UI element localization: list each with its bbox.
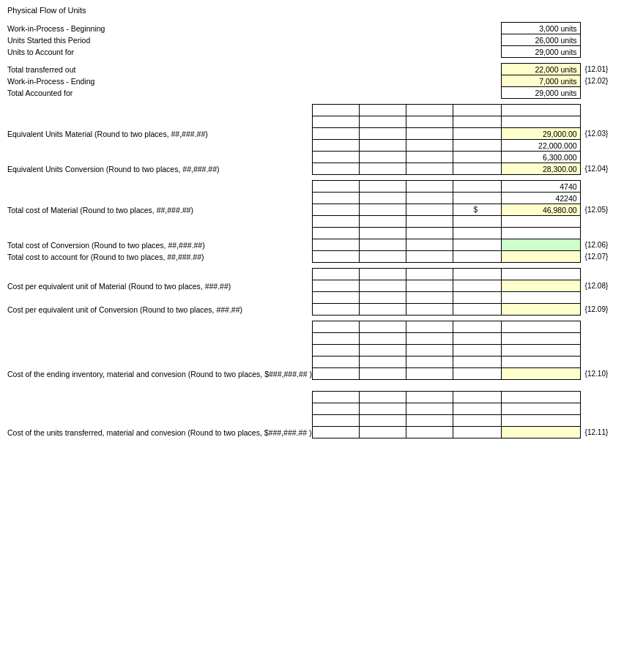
cost-per-conversion-row: Cost per equivalent unit of Conversion (…	[7, 304, 617, 316]
transferred-empty3	[7, 415, 617, 427]
units-started-row: Units Started this Period 26,000 units	[7, 34, 617, 46]
ending-inv-empty4	[7, 356, 617, 368]
total-cost-conversion-label: Total cost of Conversion (Round to two p…	[7, 239, 312, 251]
equiv-material-row: Equivalent Units Material (Round to two …	[7, 128, 617, 140]
total-accounted-row: Total Accounted for 29,000 units	[7, 87, 617, 99]
units-to-account-row: Units to Account for 29,000 units	[7, 46, 617, 58]
units-started-label: Units Started this Period	[7, 34, 312, 46]
cost-material-val1[interactable]: 4740	[501, 181, 580, 193]
total-transferred-label: Total transferred out	[7, 64, 312, 75]
total-cost-conversion-value[interactable]	[501, 239, 580, 251]
cost-per-conversion-ref: {12.09}	[580, 304, 617, 316]
total-transferred-ref: {12.01}	[580, 64, 617, 75]
cost-transferred-value[interactable]	[501, 427, 580, 438]
spacer4	[7, 263, 617, 269]
equiv-material-row3: 6,300.000	[7, 152, 617, 163]
empty-row-3	[7, 216, 617, 228]
equiv-conversion-label: Equivalent Units Conversion (Round to tw…	[7, 163, 312, 175]
equiv-conversion-value[interactable]: 28,300.00	[501, 163, 580, 175]
equiv-conversion-row: Equivalent Units Conversion (Round to tw…	[7, 163, 617, 175]
total-cost-conversion-row: Total cost of Conversion (Round to two p…	[7, 239, 617, 251]
cost-per-conversion-value[interactable]	[501, 304, 580, 316]
total-accounted-label: Total Accounted for	[7, 87, 312, 99]
total-cost-material-row: Total cost of Material (Round to two pla…	[7, 204, 617, 216]
cost-transferred-ref: {12.11}	[580, 427, 617, 438]
total-cost-conversion-ref: {12.06}	[580, 239, 617, 251]
equiv-material-value[interactable]: 29,000.00	[501, 128, 580, 140]
units-to-account-value[interactable]: 29,000 units	[501, 46, 580, 58]
ending-inv-empty1	[7, 321, 617, 333]
spacer7	[7, 386, 617, 392]
units-started-value[interactable]: 26,000 units	[501, 34, 580, 46]
total-cost-material-label: Total cost of Material (Round to two pla…	[7, 204, 312, 216]
cost-per-material-row: Cost per equivalent unit of Material (Ro…	[7, 280, 617, 292]
equiv-material-label: Equivalent Units Material (Round to two …	[7, 128, 312, 140]
wip-beginning-label: Work-in-Process - Beginning	[7, 23, 312, 34]
empty-row-1	[7, 105, 617, 116]
equiv-conversion-ref: {12.04}	[580, 163, 617, 175]
cost-material-row1: 4740	[7, 181, 617, 193]
equiv-material-value3[interactable]: 6,300.000	[501, 152, 580, 163]
ending-inv-empty3	[7, 345, 617, 356]
total-transferred-value[interactable]: 22,000 units	[501, 64, 580, 75]
cost-ending-inventory-ref: {12.10}	[580, 368, 617, 380]
wip-ending-ref: {12.02}	[580, 75, 617, 87]
wip-ending-row: Work-in-Process - Ending 7,000 units {12…	[7, 75, 617, 87]
flow-of-units-table: Work-in-Process - Beginning 3,000 units …	[7, 22, 617, 438]
cost-material-val2[interactable]: 42240	[501, 193, 580, 204]
empty-row-4	[7, 228, 617, 239]
wip-ending-value[interactable]: 7,000 units	[501, 75, 580, 87]
empty-row-2	[7, 116, 617, 128]
cost-transferred-label: Cost of the units transferred, material …	[7, 427, 312, 438]
spacer6	[7, 380, 617, 386]
equiv-material-row2: 22,000.000	[7, 140, 617, 152]
cost-transferred-row: Cost of the units transferred, material …	[7, 427, 617, 438]
cpu-material-empty1	[7, 269, 617, 280]
total-cost-account-ref: {12.07}	[580, 251, 617, 263]
dollar-sign: $	[453, 204, 502, 216]
page-title: Physical Flow of Units	[7, 6, 617, 15]
cost-ending-inventory-row: Cost of the ending inventory, material a…	[7, 368, 617, 380]
spacer2	[7, 99, 617, 105]
equiv-material-value2[interactable]: 22,000.000	[501, 140, 580, 152]
total-cost-account-value[interactable]	[501, 251, 580, 263]
total-transferred-row: Total transferred out 22,000 units {12.0…	[7, 64, 617, 75]
spacer5	[7, 316, 617, 321]
cost-per-material-label: Cost per equivalent unit of Material (Ro…	[7, 280, 312, 292]
cost-per-conversion-label: Cost per equivalent unit of Conversion (…	[7, 304, 312, 316]
cost-ending-inventory-label: Cost of the ending inventory, material a…	[7, 368, 312, 380]
units-to-account-label: Units to Account for	[7, 46, 312, 58]
transferred-empty1	[7, 392, 617, 403]
transferred-empty2	[7, 403, 617, 415]
equiv-material-ref: {12.03}	[580, 128, 617, 140]
cost-ending-inventory-value[interactable]	[501, 368, 580, 380]
ending-inv-empty2	[7, 333, 617, 345]
cost-per-material-ref: {12.08}	[580, 280, 617, 292]
cpu-conversion-empty1	[7, 292, 617, 304]
cost-per-material-value[interactable]	[501, 280, 580, 292]
total-cost-material-value[interactable]: 46,980.00	[501, 204, 580, 216]
total-cost-account-label: Total cost to account for (Round to two …	[7, 251, 312, 263]
spacer3	[7, 175, 617, 181]
wip-beginning-value[interactable]: 3,000 units	[501, 23, 580, 34]
total-cost-account-row: Total cost to account for (Round to two …	[7, 251, 617, 263]
wip-ending-label: Work-in-Process - Ending	[7, 75, 312, 87]
wip-beginning-row: Work-in-Process - Beginning 3,000 units	[7, 23, 617, 34]
total-accounted-value[interactable]: 29,000 units	[501, 87, 580, 99]
spacer1	[7, 58, 617, 64]
cost-material-row2: 42240	[7, 193, 617, 204]
total-cost-material-ref: {12.05}	[580, 204, 617, 216]
